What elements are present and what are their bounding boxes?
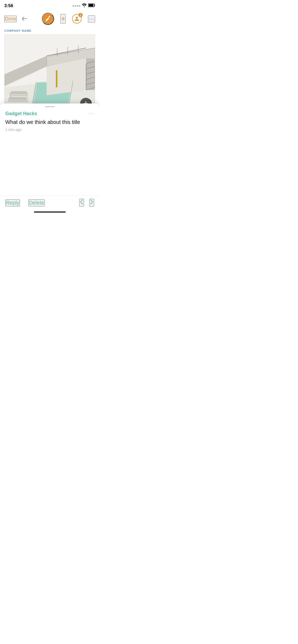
status-bar: 3:56 xyxy=(0,0,99,11)
add-button[interactable]: + xyxy=(60,14,66,24)
comment-time: 1 min ago xyxy=(5,128,94,132)
toolbar: Done + 1 ··· xyxy=(0,11,99,28)
signal-icon xyxy=(73,5,80,7)
user-button[interactable]: 1 xyxy=(72,14,82,24)
svg-rect-2 xyxy=(89,4,94,7)
status-time: 3:56 xyxy=(4,3,13,8)
bottom-left-actions: Reply Delete xyxy=(5,199,45,206)
company-name: COMPANY NAME xyxy=(4,28,95,34)
svg-rect-34 xyxy=(10,97,26,99)
home-indicator xyxy=(34,211,66,213)
svg-rect-1 xyxy=(95,4,95,6)
comment-text: What do we think about this title xyxy=(5,119,94,125)
prev-comment-button[interactable] xyxy=(79,199,84,207)
toolbar-left: Done xyxy=(4,15,28,22)
commenter-name: Gadget Hacks xyxy=(5,111,37,116)
more-options-button[interactable]: ··· xyxy=(88,15,95,22)
sheet-handle-row xyxy=(0,103,99,109)
wifi-icon xyxy=(82,3,87,8)
done-button[interactable]: Done xyxy=(4,16,17,22)
back-arrow-button[interactable] xyxy=(21,15,28,22)
paint-tool-button[interactable] xyxy=(42,13,54,25)
svg-rect-30 xyxy=(11,91,26,93)
bottom-right-nav xyxy=(79,199,94,207)
comment-more-button[interactable]: ··· xyxy=(88,111,94,116)
delete-button[interactable]: Delete xyxy=(28,199,45,206)
comment-section: Gadget Hacks ··· What do we think about … xyxy=(0,109,99,132)
bottom-sheet: Gadget Hacks ··· What do we think about … xyxy=(0,103,99,215)
svg-rect-28 xyxy=(56,70,57,88)
reply-button[interactable]: Reply xyxy=(5,199,20,206)
battery-icon xyxy=(88,3,95,8)
next-comment-button[interactable] xyxy=(89,199,94,207)
toolbar-center: + 1 ··· xyxy=(42,13,95,25)
document-image xyxy=(4,34,95,113)
sheet-handle xyxy=(45,106,55,107)
status-icons xyxy=(73,3,95,8)
commenter-row: Gadget Hacks ··· xyxy=(5,111,94,116)
notification-badge: 1 xyxy=(78,13,83,17)
